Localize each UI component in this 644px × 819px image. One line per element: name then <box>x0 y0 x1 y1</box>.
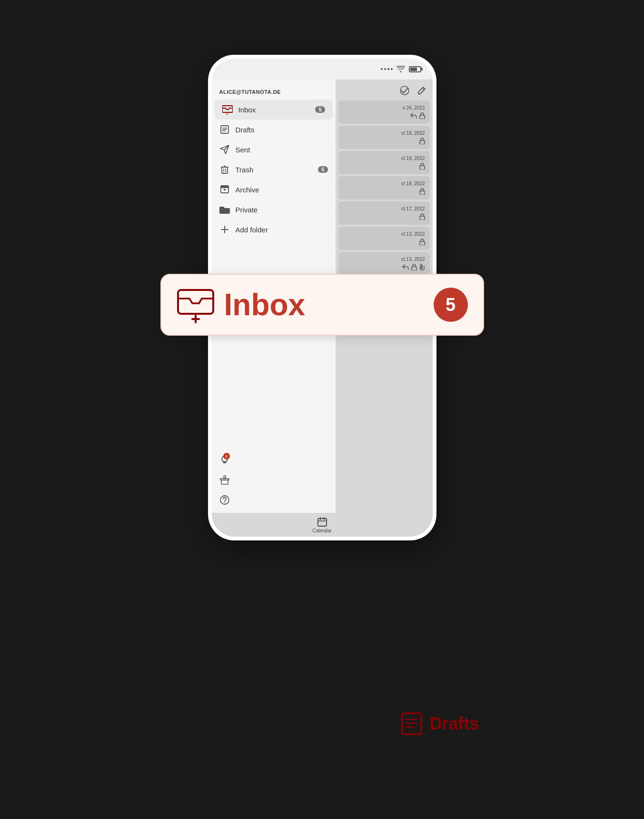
svg-rect-31 <box>318 519 327 526</box>
folder-icon <box>219 204 230 215</box>
lock-icon <box>411 264 417 270</box>
sent-icon <box>219 144 230 155</box>
sidebar-item-sent[interactable]: Sent <box>212 140 336 160</box>
status-bar <box>212 59 433 80</box>
svg-point-20 <box>224 502 225 503</box>
email-item[interactable]: ct 18, 2022 <box>338 151 430 174</box>
drafts-large-icon <box>400 712 424 736</box>
calendar-tab[interactable]: Calendar <box>212 513 433 537</box>
sidebar-item-trash[interactable]: Trash 5 <box>212 160 336 180</box>
lock-icon <box>419 112 425 119</box>
drafts-label-text: Drafts <box>429 714 479 734</box>
battery-fill <box>410 68 417 71</box>
battery-icon <box>409 66 421 72</box>
signal-dot <box>381 68 383 70</box>
attachment-icon <box>419 264 425 270</box>
email-item[interactable]: ct 17, 2022 <box>338 201 430 225</box>
account-label: ALICE@TUTANOTA.DE <box>212 83 336 100</box>
inbox-highlight-badge: 5 <box>434 288 468 322</box>
svg-rect-25 <box>420 140 425 144</box>
signal-dot <box>391 68 393 70</box>
help-button[interactable] <box>212 491 336 509</box>
notification-dot: 1 <box>223 453 230 459</box>
add-folder-label: Add folder <box>236 226 268 234</box>
svg-rect-30 <box>412 267 416 270</box>
gift-button[interactable] <box>212 471 336 489</box>
email-item[interactable]: v 24, 2022 <box>338 100 430 124</box>
email-icons <box>343 112 425 119</box>
add-icon <box>219 224 230 235</box>
inbox-highlight-banner: Inbox 5 <box>160 274 484 336</box>
email-icons <box>343 163 425 170</box>
svg-rect-24 <box>420 115 425 119</box>
sent-label: Sent <box>236 146 250 154</box>
email-item[interactable]: ct 13, 2022 <box>338 252 430 275</box>
email-item[interactable]: ct 13, 2022 <box>338 227 430 250</box>
svg-rect-18 <box>221 480 228 484</box>
email-icons <box>343 239 425 245</box>
tips-button[interactable]: 1 <box>212 451 336 469</box>
sidebar-item-private[interactable]: Private <box>212 200 336 220</box>
svg-rect-26 <box>420 166 425 170</box>
email-date: ct 18, 2022 <box>343 130 425 136</box>
inbox-highlight-text: Inbox <box>224 287 306 322</box>
archive-label: Archive <box>236 186 259 194</box>
inbox-label: Inbox <box>238 106 256 114</box>
sidebar-item-archive[interactable]: Archive <box>212 180 336 200</box>
email-date: ct 13, 2022 <box>343 231 425 237</box>
lock-icon <box>419 163 425 170</box>
lock-icon <box>419 138 425 144</box>
email-date: ct 18, 2022 <box>343 181 425 186</box>
lock-icon <box>419 213 425 220</box>
archive-icon <box>219 184 230 195</box>
help-icon <box>219 495 230 505</box>
drafts-label: Drafts <box>236 126 255 134</box>
reply-icon <box>402 264 409 270</box>
email-date: v 24, 2022 <box>343 105 425 110</box>
inbox-highlight-icon <box>177 286 215 324</box>
svg-rect-27 <box>420 191 425 195</box>
email-date: ct 17, 2022 <box>343 206 425 211</box>
signal-dot <box>384 68 386 70</box>
add-folder-button[interactable]: Add folder <box>212 220 336 240</box>
inbox-large-icon <box>177 286 214 323</box>
trash-label: Trash <box>236 166 254 174</box>
private-label: Private <box>236 206 258 214</box>
svg-text:+: + <box>226 112 228 114</box>
calendar-icon <box>317 517 327 527</box>
sidebar-item-inbox[interactable]: + Inbox 5 <box>215 100 333 120</box>
email-date: ct 18, 2022 <box>343 156 425 161</box>
email-icons <box>343 188 425 195</box>
email-list-header <box>336 83 433 100</box>
compose-check-icon[interactable] <box>399 85 410 96</box>
email-date: ct 13, 2022 <box>343 257 425 262</box>
drafts-label-footer: Drafts <box>400 712 479 736</box>
trash-icon <box>219 164 230 175</box>
svg-rect-28 <box>420 216 425 220</box>
inbox-icon: + <box>222 104 233 115</box>
signal-dots <box>381 68 393 70</box>
wifi-icon <box>396 66 405 72</box>
compose-edit-icon[interactable] <box>416 85 427 96</box>
signal-dot <box>387 68 389 70</box>
svg-rect-5 <box>222 167 228 173</box>
gift-icon <box>219 475 230 485</box>
reply-icon <box>410 113 417 119</box>
sidebar-item-drafts[interactable]: Drafts <box>212 120 336 140</box>
calendar-tab-item[interactable]: Calendar <box>312 517 332 533</box>
email-icons <box>343 138 425 144</box>
svg-rect-29 <box>420 241 425 245</box>
scene: ALICE@TUTANOTA.DE + Inbox 5 <box>156 40 489 779</box>
email-icons <box>343 264 425 270</box>
lock-icon <box>419 188 425 195</box>
trash-badge: 5 <box>318 166 327 173</box>
inbox-badge: 5 <box>315 106 325 113</box>
email-item[interactable]: ct 18, 2022 <box>338 126 430 149</box>
drafts-icon <box>219 124 230 135</box>
email-icons <box>343 213 425 220</box>
email-item[interactable]: ct 18, 2022 <box>338 176 430 200</box>
calendar-label: Calendar <box>312 528 332 533</box>
lock-icon <box>419 239 425 245</box>
